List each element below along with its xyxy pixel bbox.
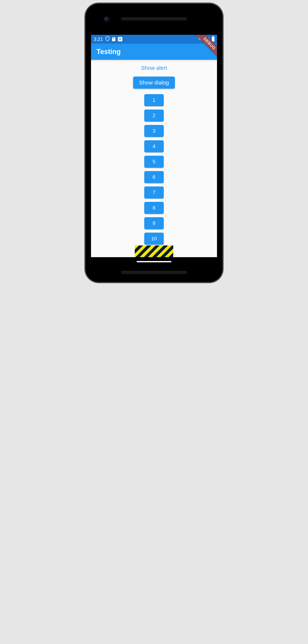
number-button-5[interactable]: 5 [144, 156, 164, 168]
number-button-10[interactable]: 10 [144, 232, 164, 245]
number-button-4[interactable]: 4 [144, 140, 164, 152]
sd-card-icon [112, 37, 115, 41]
gesture-nav-bar[interactable] [136, 261, 172, 262]
show-dialog-button[interactable]: Show dialog [133, 76, 175, 89]
status-left: 3:21 A [94, 36, 122, 42]
speaker-bottom [121, 271, 187, 274]
number-button-3[interactable]: 3 [144, 125, 164, 137]
main-column: Show alert Show dialog 1 2 3 4 5 6 7 8 9… [91, 60, 217, 245]
app-bar: Testing [91, 44, 217, 60]
number-button-9[interactable]: 9 [144, 217, 164, 229]
nav-bar-background [91, 257, 217, 264]
speaker-top [121, 17, 187, 20]
show-alert-button[interactable]: Show alert [137, 62, 171, 74]
battery-icon [212, 37, 214, 42]
number-button-8[interactable]: 8 [144, 202, 164, 214]
phone-frame: 3:21 A DEBUG Testing Show alert [86, 4, 222, 282]
shield-icon [106, 36, 110, 42]
keyboard-a-icon: A [118, 37, 122, 42]
screen: 3:21 A DEBUG Testing Show alert [91, 35, 217, 264]
number-button-2[interactable]: 2 [144, 110, 164, 122]
front-camera [104, 17, 109, 22]
app-body: Show alert Show dialog 1 2 3 4 5 6 7 8 9… [91, 60, 217, 264]
app-bar-title: Testing [96, 48, 121, 56]
number-button-7[interactable]: 7 [144, 186, 164, 198]
number-button-1[interactable]: 1 [144, 94, 164, 106]
status-clock: 3:21 [94, 36, 103, 42]
number-button-6[interactable]: 6 [144, 171, 164, 183]
